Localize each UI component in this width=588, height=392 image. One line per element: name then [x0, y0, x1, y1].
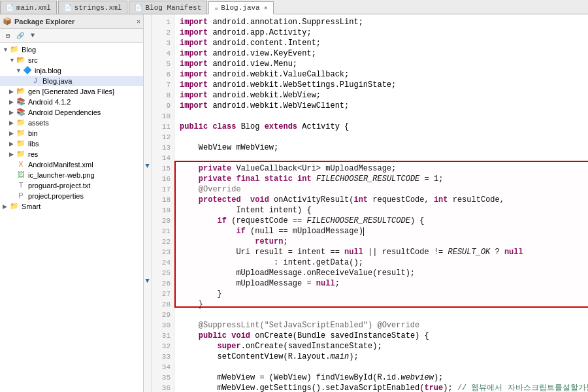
link-editor-button[interactable]: 🔗 [15, 31, 25, 41]
sidebar-item-android-412[interactable]: ▶ 📚 Android 4.1.2 [0, 97, 143, 107]
code-line: return; [180, 237, 588, 247]
expand-arrow-icon: ▶ [9, 130, 16, 137]
code-line: @Override [180, 184, 588, 195]
tab-blog-java[interactable]: ☕ Blog.java ✕ [208, 1, 273, 14]
code-line: mUploadMessage.onReceiveValue(result); [180, 268, 588, 278]
code-line: public void onCreate(Bundle savedInstanc… [180, 331, 588, 341]
sidebar-item-android-manifest[interactable]: X AndroidManifest.xml [0, 159, 143, 170]
sidebar-item-src[interactable]: ▼ 📂 src [0, 55, 143, 65]
sidebar-header-left: 📦 Package Explorer [3, 17, 74, 25]
libs-folder-icon: 📁 [16, 139, 26, 148]
code-line: import android.webkit.WebView; [180, 90, 588, 101]
code-line: Intent intent) { [180, 205, 588, 216]
view-menu-button[interactable]: ▼ [27, 31, 38, 41]
code-line: public class Blog extends Activity { [180, 122, 588, 132]
tab-bar: 📄 main.xml 📄 strings.xml 📄 Blog Manifest… [0, 0, 588, 14]
code-line: Uri result = intent == null || resultCod… [180, 247, 588, 257]
expand-arrow-icon: ▼ [3, 46, 9, 53]
txt-file-icon: T [16, 181, 26, 190]
sidebar-panel: 📦 Package Explorer ✕ ⊟ 🔗 ▼ ▼ 📁 Blog ▼ 📂 [0, 14, 144, 392]
smart-project-icon: 📁 [9, 202, 20, 211]
expand-arrow-icon: ▶ [9, 88, 16, 95]
sidebar-toolbar: ⊟ 🔗 ▼ [0, 29, 143, 43]
expand-arrow-icon: ▶ [9, 140, 16, 147]
sidebar-item-blog[interactable]: ▼ 📁 Blog [0, 44, 143, 55]
project-icon: 📁 [9, 45, 20, 54]
code-line [180, 111, 588, 122]
expand-arrow-icon: ▼ [16, 67, 22, 74]
collapse-marker2[interactable]: ▼ [144, 276, 151, 286]
sidebar-tree: ▼ 📁 Blog ▼ 📂 src ▼ 🔷 inja.blog [0, 43, 143, 392]
sidebar-item-project-props[interactable]: P project.properties [0, 191, 143, 201]
code-line: mWebView.getSettings().setJavaScriptEnab… [180, 383, 588, 392]
xml-file-icon2: 📄 [64, 4, 72, 12]
src-folder-icon: 📂 [16, 56, 26, 65]
sidebar-header: 📦 Package Explorer ✕ [0, 14, 143, 29]
res-folder-icon: 📁 [16, 150, 26, 159]
sidebar-item-assets[interactable]: ▶ 📁 assets [0, 118, 143, 128]
manifest-file-icon: 📄 [135, 4, 142, 12]
code-line: @SuppressLint("SetJavaScriptEnabled") @O… [180, 320, 588, 331]
code-container[interactable]: ▼ ▼ 12345 678910 1112131415 1617181920 2… [144, 14, 588, 392]
code-line: protected void onActivityResult(int requ… [180, 195, 588, 205]
xml-file-icon: X [16, 160, 26, 169]
sidebar-item-android-deps[interactable]: ▶ 📚 Android Dependencies [0, 107, 143, 118]
sidebar-item-ic-launcher[interactable]: 🖼 ic_launcher-web.png [0, 170, 143, 180]
xml-file-icon: 📄 [6, 4, 14, 12]
code-line: import android.app.Activity; [180, 27, 588, 38]
tab-strings-xml[interactable]: 📄 strings.xml [58, 1, 128, 14]
close-tab-icon[interactable]: ✕ [264, 4, 268, 12]
android-lib-icon: 📚 [16, 97, 26, 106]
sidebar-item-bin[interactable]: ▶ 📁 bin [0, 128, 143, 139]
code-line: import android.content.Intent; [180, 38, 588, 48]
collapse-marker[interactable]: ▼ [144, 161, 151, 171]
code-line: import android.view.Menu; [180, 59, 588, 69]
sidebar-item-blog-java[interactable]: J Blog.java [0, 76, 143, 86]
sidebar-title: Package Explorer [14, 18, 74, 25]
package-icon: 🔷 [22, 66, 33, 75]
sidebar-item-proguard[interactable]: T proguard-project.txt [0, 180, 143, 191]
code-line: } [180, 289, 588, 299]
code-line: } [180, 299, 588, 310]
code-line: WebView mWebView; [180, 142, 588, 153]
android-deps-icon: 📚 [16, 108, 26, 117]
code-line: import android.webkit.WebViewClient; [180, 101, 588, 111]
code-line: import android.annotation.SuppressLint; [180, 17, 588, 27]
code-editor[interactable]: import android.annotation.SuppressLint; … [174, 14, 588, 392]
tab-main-xml[interactable]: 📄 main.xml [0, 1, 57, 14]
code-line: if (requestCode == FILECHOOSER_RESULTCOD… [180, 216, 588, 226]
code-line: if (null == mUploadMessage) [180, 226, 588, 237]
code-line [180, 132, 588, 142]
code-line: import android.view.KeyEvent; [180, 48, 588, 59]
code-line: : intent.getData(); [180, 257, 588, 268]
code-line: mUploadMessage = null; [180, 278, 588, 289]
code-line [180, 310, 588, 320]
java-file-icon: ☕ [214, 4, 218, 12]
sidebar-item-inja-blog[interactable]: ▼ 🔷 inja.blog [0, 65, 143, 76]
png-file-icon: 🖼 [16, 171, 26, 180]
line-numbers: 12345 678910 1112131415 1617181920 21222… [152, 14, 174, 392]
code-line: private final static int FILECHOOSER_RES… [180, 174, 588, 184]
sidebar-item-libs[interactable]: ▶ 📁 libs [0, 139, 143, 149]
code-line: private ValueCallback<Uri> mUploadMessag… [180, 163, 588, 174]
code-line: import android.webkit.WebSettings.Plugin… [180, 80, 588, 90]
code-line: mWebView = (WebView) findViewById(R.id.w… [180, 372, 588, 383]
tab-blog-manifest[interactable]: 📄 Blog Manifest [129, 1, 207, 14]
code-line: super.onCreate(savedInstanceState); [180, 341, 588, 351]
collapse-all-button[interactable]: ⊟ [3, 31, 13, 41]
expand-arrow-icon: ▶ [9, 120, 16, 126]
sidebar-item-gen[interactable]: ▶ 📂 gen [Generated Java Files] [0, 86, 143, 97]
editor-panel: ▼ ▼ 12345 678910 1112131415 1617181920 2… [144, 14, 588, 392]
code-line: setContentView(R.layout.main); [180, 351, 588, 362]
expand-arrow-icon: ▶ [9, 109, 16, 116]
package-explorer-icon: 📦 [3, 17, 12, 25]
sidebar-item-smart[interactable]: ▶ 📁 Smart [0, 201, 143, 212]
gutter-markers: ▼ ▼ [144, 14, 152, 392]
expand-arrow-icon: ▶ [9, 151, 16, 157]
expand-arrow-icon: ▼ [9, 57, 16, 63]
sidebar-close-icon[interactable]: ✕ [137, 18, 140, 25]
expand-arrow-icon: ▶ [3, 203, 9, 210]
sidebar-item-res[interactable]: ▶ 📁 res [0, 149, 143, 159]
code-line [180, 153, 588, 163]
java-file-tree-icon: J [30, 76, 41, 86]
